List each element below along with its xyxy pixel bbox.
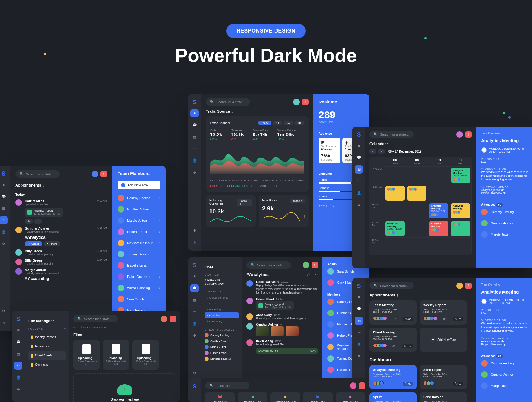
channel-link[interactable]: # WELCOME: [205, 278, 239, 281]
avatar[interactable]: [161, 316, 167, 322]
nav-home-icon[interactable]: ■: [355, 293, 363, 301]
file-card[interactable]: ▣Uploading…10% – 6 seconds left: [132, 340, 159, 370]
alert-button[interactable]: !: [465, 283, 472, 289]
attendee-row[interactable]: Margie Jutten: [481, 380, 530, 391]
channel-link[interactable]: # Sales: [205, 301, 239, 307]
team-member-row[interactable]: Cammy Hedling›: [118, 192, 160, 204]
dashboard-card[interactable]: Send InvoiceToday, December 09th03:30 – …: [420, 392, 467, 402]
nav-calendar-icon[interactable]: ▦: [355, 317, 363, 325]
nav-chat-icon[interactable]: 💬: [14, 338, 22, 346]
recent-file[interactable]: ▣Landing_Page_Final: [270, 392, 300, 402]
recent-file[interactable]: ▣Analytics_report: [238, 392, 267, 402]
period-tab[interactable]: Today: [258, 121, 271, 125]
team-member-row[interactable]: Meysam Nassour›: [118, 237, 160, 249]
recent-file[interactable]: ▣Feedback_02: [205, 392, 235, 402]
latest-search[interactable]: 🔍 Latest files: [205, 382, 249, 389]
channel-link[interactable]: # Marketing: [205, 307, 239, 312]
attendee-row[interactable]: Gunther Ackner: [481, 369, 530, 380]
nav-gear-icon[interactable]: ⚙: [190, 226, 199, 235]
channel-link[interactable]: # Analytics: [205, 312, 239, 318]
team-member-row[interactable]: Margie Jutten›: [118, 215, 160, 226]
nav-settings-icon[interactable]: ⚙: [0, 240, 8, 248]
alert-button[interactable]: !: [465, 131, 472, 138]
nav-home-icon[interactable]: ■: [0, 181, 8, 189]
dropzone[interactable]: Drop your files here: [73, 373, 176, 402]
search-input[interactable]: 🔍 Search for a state…: [15, 170, 60, 178]
period-tab[interactable]: 1d: [273, 121, 282, 125]
nav-analytics-icon[interactable]: 〰: [190, 145, 199, 153]
file-card[interactable]: ▩Uploading…10% – 6 seconds left: [103, 340, 129, 370]
dm-link[interactable]: Hubert Franck: [205, 351, 239, 355]
folder-item[interactable]: ▮Weekly Reports: [28, 333, 66, 342]
attendee-row[interactable]: Cammy Hedling: [481, 358, 530, 369]
avatar[interactable]: [456, 283, 463, 289]
nav-chat-icon[interactable]: 💬: [355, 305, 363, 313]
avatar[interactable]: [92, 171, 98, 177]
channel-link[interactable]: # Announcements: [205, 295, 239, 301]
search-input[interactable]: 🔍 Search for a state…: [206, 98, 250, 106]
team-member-row[interactable]: Gunther Ackner›: [118, 204, 160, 215]
nav-users-icon[interactable]: 👤: [355, 340, 363, 348]
nav-home-icon[interactable]: ■: [190, 109, 199, 117]
next-button[interactable]: ›: [378, 149, 385, 154]
nav-analytics-icon[interactable]: 〰: [355, 328, 363, 337]
task-card[interactable]: Client Meeting⋯Today, December 09th03:30…: [369, 328, 417, 352]
calendar-event[interactable]: Analytics Meeting: [429, 221, 448, 236]
team-member-row[interactable]: Isabelle Luna›: [118, 260, 160, 271]
attendee-row[interactable]: Cammy Hedling: [481, 206, 530, 218]
nav-calendar-icon[interactable]: ▦: [355, 165, 363, 174]
nav-users-icon[interactable]: 👤: [355, 189, 363, 197]
period-chip[interactable]: Today ▾: [237, 199, 252, 206]
attendee-row[interactable]: Gunther Ackner: [481, 218, 530, 229]
team-member-row[interactable]: Sara Scholz›: [118, 294, 160, 305]
nav-home-icon[interactable]: ■: [355, 142, 363, 150]
nav-calendar-icon[interactable]: ▦: [0, 204, 8, 213]
calendar-event[interactable]: Analytics Meeting: [451, 203, 470, 218]
calendar-event[interactable]: [451, 221, 470, 236]
avatar[interactable]: [350, 382, 356, 389]
search-input[interactable]: 🔍 Search for a state…: [73, 315, 118, 322]
nav-settings-icon[interactable]: ⚙: [190, 331, 199, 340]
nav-logout-icon[interactable]: ⎋: [190, 238, 199, 247]
dm-link[interactable]: Meysam Nassour: [205, 357, 239, 361]
nav-chat-icon[interactable]: 💬: [355, 153, 363, 162]
nav-calendar-icon[interactable]: ▦: [14, 350, 22, 358]
nav-settings-icon[interactable]: ⚙: [355, 352, 363, 360]
nav-chat-icon[interactable]: 💬: [190, 121, 199, 129]
add-folder-button[interactable]: +: [64, 327, 66, 330]
dm-link[interactable]: Gunther Ackner: [205, 339, 239, 343]
avatar[interactable]: [293, 99, 300, 105]
folder-item[interactable]: ▮Resources: [28, 342, 66, 351]
nav-users-icon[interactable]: 👤: [190, 156, 199, 165]
calendar-event[interactable]: Analytics Meeting09:00 – 10:00: [429, 203, 448, 218]
team-member-row[interactable]: Tommy Dawson›: [118, 249, 160, 260]
more-icon[interactable]: ⋯: [313, 272, 318, 277]
alert-button[interactable]: !: [359, 382, 365, 389]
recent-file[interactable]: ▣App_Screens: [336, 392, 365, 402]
dm-link[interactable]: Margie Jutten: [205, 345, 239, 349]
alert-button[interactable]: !: [170, 316, 176, 322]
period-chip[interactable]: Today ▾: [290, 199, 305, 203]
add-task-card[interactable]: +Add New Task: [420, 328, 467, 352]
dm-link[interactable]: Cammy Hedling: [205, 333, 239, 337]
calendar-event[interactable]: Analytics Meeting11:00 – 11:20: [385, 221, 405, 236]
period-tab[interactable]: 2w: [284, 121, 293, 125]
nav-analytics-icon[interactable]: 〰: [14, 362, 22, 370]
folder-item[interactable]: ▮Contracts: [28, 360, 66, 369]
nav-logout-icon[interactable]: ⎋: [0, 319, 8, 327]
nav-settings-icon[interactable]: ⚙: [190, 168, 199, 176]
nav-users-icon[interactable]: 👤: [190, 320, 199, 328]
breadcrumb[interactable]: Main Library > Client Assets: [73, 326, 176, 329]
alert-button[interactable]: !: [100, 171, 107, 177]
nav-home-icon[interactable]: ■: [14, 326, 22, 334]
search-input[interactable]: 🔍 Search for a state…: [369, 282, 414, 289]
accept-button[interactable]: ✓ Accept: [25, 241, 42, 246]
nav-gear-icon[interactable]: ⚙: [190, 369, 199, 377]
avatar[interactable]: [456, 131, 463, 138]
ignore-button[interactable]: ✕ Ignore: [44, 241, 60, 246]
nav-chat-icon[interactable]: 💬: [190, 284, 199, 292]
period-tab[interactable]: 1m: [295, 121, 304, 125]
alert-button[interactable]: !: [302, 99, 309, 105]
nav-analytics-icon[interactable]: 〰: [355, 177, 363, 185]
dashboard-card[interactable]: Send ReportToday, December 09th03:30 – 0…: [420, 365, 467, 389]
